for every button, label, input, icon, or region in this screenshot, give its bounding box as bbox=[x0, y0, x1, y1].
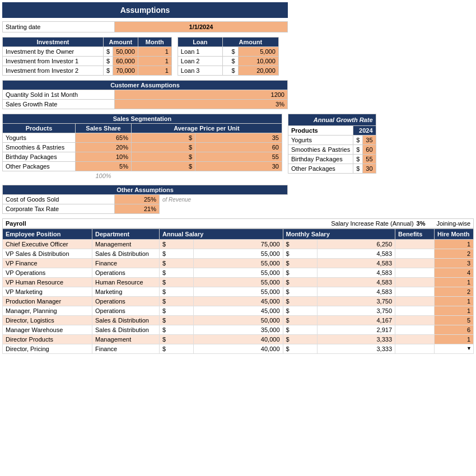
joining-label: Joining-wise bbox=[436, 220, 470, 227]
product-name: Other Packages bbox=[288, 164, 353, 174]
product-name: Birthday Packages bbox=[3, 152, 76, 162]
price: 30 bbox=[195, 162, 282, 171]
sales-header: Sales Segmentation bbox=[3, 114, 282, 124]
emp-position: Manager, Planning bbox=[3, 306, 92, 316]
table-row: Director, Logistics Sales & Distribution… bbox=[3, 316, 474, 325]
starting-date-value: 1/1/2024 bbox=[115, 22, 287, 32]
sales-share: 65% bbox=[76, 133, 132, 143]
annual-salary: 40,000 bbox=[194, 335, 283, 344]
annual-salary: 75,000 bbox=[194, 240, 283, 249]
emp-position: Chief Executive Officer bbox=[3, 240, 92, 249]
table-row: Cost of Goods Sold 25% of Revenue bbox=[3, 195, 288, 204]
table-row: Manager, Planning Operations $ 45,000 $ … bbox=[3, 306, 474, 316]
hire-month: 3 bbox=[435, 259, 474, 268]
starting-date-label: Starting date bbox=[3, 22, 115, 32]
emp-position-header: Employee Position bbox=[3, 229, 92, 240]
page: Assumptions Starting date 1/1/2024 Inves… bbox=[0, 0, 476, 358]
products-header: Products bbox=[3, 124, 76, 133]
customer-header: Customer Assumptions bbox=[3, 81, 288, 90]
amount-value: 70,000 bbox=[113, 66, 138, 76]
annual-salary-header: Annual Salary bbox=[160, 229, 283, 240]
hire-month: 2 bbox=[435, 249, 474, 259]
price: 35 bbox=[195, 133, 282, 143]
annual-salary: 45,000 bbox=[194, 297, 283, 306]
hire-month: 4 bbox=[435, 268, 474, 278]
investment-table: Investment Amount Month Investment by th… bbox=[2, 37, 172, 76]
dollar: $ bbox=[160, 344, 194, 354]
monthly-salary: 3,333 bbox=[318, 335, 395, 344]
dollar2: $ bbox=[283, 297, 318, 306]
loan-name: Loan 2 bbox=[178, 57, 222, 66]
benefits bbox=[395, 297, 435, 306]
agr-table: Annual Growth Rate Products 2024 Yogurts… bbox=[288, 114, 376, 174]
cogs-label: Cost of Goods Sold bbox=[3, 195, 115, 204]
dollar-sign: $ bbox=[222, 66, 238, 76]
dropdown-icon[interactable]: ▼ bbox=[466, 346, 472, 351]
annual-salary: 50,000 bbox=[194, 316, 283, 325]
products-col: Products bbox=[288, 126, 353, 136]
product-name: Smoothies & Pastries bbox=[3, 143, 76, 152]
annual-salary: 55,000 bbox=[194, 249, 283, 259]
product-name: Other Packages bbox=[3, 162, 76, 171]
dollar2: $ bbox=[283, 287, 318, 297]
dollar2: $ bbox=[283, 325, 318, 335]
table-row: Loan 1 $ 5,000 bbox=[178, 47, 278, 57]
table-row: Production Manager Operations $ 45,000 $… bbox=[3, 297, 474, 306]
dollar2: $ bbox=[283, 259, 318, 268]
quantity-value: 1200 bbox=[115, 90, 288, 100]
table-row: VP Operations Operations $ 55,000 $ 4,58… bbox=[3, 268, 474, 278]
table-row: Sales Growth Rate 3% bbox=[3, 100, 288, 109]
empty bbox=[132, 171, 195, 181]
table-row: Smoothies & Pastries $ 60 bbox=[288, 145, 376, 155]
table-row: Chief Executive Officer Management $ 75,… bbox=[3, 240, 474, 249]
dollar2: $ bbox=[283, 268, 318, 278]
table-row: Yogurts $ 35 bbox=[288, 136, 376, 145]
sales-segmentation-section: Sales Segmentation Products Sales Share … bbox=[2, 114, 282, 180]
hire-month: 1 bbox=[435, 240, 474, 249]
sales-share: 10% bbox=[76, 152, 132, 162]
table-row: Quantity Sold in 1st Month 1200 bbox=[3, 90, 288, 100]
dollar2: $ bbox=[283, 335, 318, 344]
loan-table: Loan Amount Loan 1 $ 5,000 Loan 2 $ 10,0… bbox=[178, 37, 279, 76]
dollar-sign: $ bbox=[222, 57, 238, 66]
investment-name: Investment from Investor 1 bbox=[3, 57, 104, 66]
loan-section: Loan Amount Loan 1 $ 5,000 Loan 2 $ 10,0… bbox=[178, 37, 279, 76]
emp-position: Production Manager bbox=[3, 297, 92, 306]
loan-name: Loan 3 bbox=[178, 66, 222, 76]
loan-amount: 5,000 bbox=[238, 47, 278, 57]
starting-date-row: Starting date 1/1/2024 bbox=[2, 21, 288, 32]
monthly-salary: 3,750 bbox=[318, 297, 395, 306]
emp-position: VP Finance bbox=[3, 259, 92, 268]
dollar: $ bbox=[132, 133, 195, 143]
monthly-salary: 2,917 bbox=[318, 325, 395, 335]
investment-section: Investment Amount Month Investment by th… bbox=[2, 37, 172, 76]
monthly-salary: 4,167 bbox=[318, 316, 395, 325]
annual-salary: 35,000 bbox=[194, 325, 283, 335]
price: 55 bbox=[195, 152, 282, 162]
dollar-sign: $ bbox=[222, 47, 238, 57]
dept: Management bbox=[92, 240, 160, 249]
sales-share: 20% bbox=[76, 143, 132, 152]
dept-header: Department bbox=[92, 229, 160, 240]
loan-amount-header: Amount bbox=[222, 38, 278, 47]
benefits bbox=[395, 249, 435, 259]
benefits bbox=[395, 259, 435, 268]
emp-position: VP Operations bbox=[3, 268, 92, 278]
payroll-title: Payroll bbox=[6, 220, 50, 227]
amount-value: 50,000 bbox=[113, 47, 138, 57]
amount-value: 60,000 bbox=[113, 57, 138, 66]
dollar: $ bbox=[160, 335, 194, 344]
dept: Management bbox=[92, 335, 160, 344]
dept: Operations bbox=[92, 297, 160, 306]
year-col: 2024 bbox=[353, 126, 376, 136]
monthly-salary: 4,583 bbox=[318, 268, 395, 278]
product-name: Birthday Packages bbox=[288, 155, 353, 164]
emp-position: Manager Warehouse bbox=[3, 325, 92, 335]
benefits bbox=[395, 268, 435, 278]
avg-price-header: Average Price per Unit bbox=[132, 124, 282, 133]
hire-month: 1 bbox=[435, 335, 474, 344]
dept: Sales & Distribution bbox=[92, 325, 160, 335]
investment-name: Investment by the Owner bbox=[3, 47, 104, 57]
benefits bbox=[395, 287, 435, 297]
agr-value: 30 bbox=[363, 164, 376, 174]
